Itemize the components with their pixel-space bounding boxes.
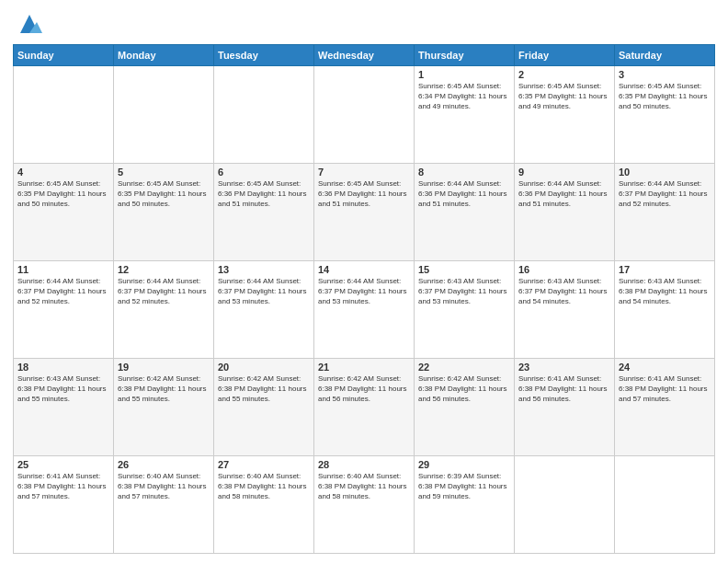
day-number: 6 bbox=[218, 167, 310, 178]
day-cell: 29Sunrise: 6:39 AM Sunset: 6:38 PM Dayli… bbox=[415, 456, 515, 554]
day-info: Sunrise: 6:43 AM Sunset: 6:37 PM Dayligh… bbox=[418, 276, 510, 307]
day-number: 9 bbox=[518, 167, 610, 178]
page: SundayMondayTuesdayWednesdayThursdayFrid… bbox=[0, 0, 728, 563]
day-cell: 1Sunrise: 6:45 AM Sunset: 6:34 PM Daylig… bbox=[415, 66, 515, 164]
day-number: 5 bbox=[118, 167, 210, 178]
day-cell: 14Sunrise: 6:44 AM Sunset: 6:37 PM Dayli… bbox=[314, 261, 415, 359]
day-cell: 17Sunrise: 6:43 AM Sunset: 6:38 PM Dayli… bbox=[615, 261, 715, 359]
header-row: SundayMondayTuesdayWednesdayThursdayFrid… bbox=[14, 45, 715, 66]
day-number: 20 bbox=[218, 362, 310, 373]
day-number: 22 bbox=[418, 362, 510, 373]
day-info: Sunrise: 6:44 AM Sunset: 6:37 PM Dayligh… bbox=[118, 276, 210, 307]
day-info: Sunrise: 6:45 AM Sunset: 6:34 PM Dayligh… bbox=[418, 81, 510, 112]
day-cell: 27Sunrise: 6:40 AM Sunset: 6:38 PM Dayli… bbox=[214, 456, 314, 554]
day-cell: 23Sunrise: 6:41 AM Sunset: 6:38 PM Dayli… bbox=[515, 359, 615, 456]
header-cell-monday: Monday bbox=[114, 45, 214, 66]
header-cell-thursday: Thursday bbox=[415, 45, 515, 66]
logo-icon bbox=[17, 11, 42, 37]
day-info: Sunrise: 6:42 AM Sunset: 6:38 PM Dayligh… bbox=[318, 373, 410, 405]
day-cell: 22Sunrise: 6:42 AM Sunset: 6:38 PM Dayli… bbox=[415, 359, 515, 456]
day-info: Sunrise: 6:44 AM Sunset: 6:36 PM Dayligh… bbox=[518, 178, 610, 210]
week-row: 1Sunrise: 6:45 AM Sunset: 6:34 PM Daylig… bbox=[14, 66, 715, 164]
day-number: 16 bbox=[518, 264, 610, 275]
day-number: 7 bbox=[318, 167, 410, 178]
day-cell: 8Sunrise: 6:44 AM Sunset: 6:36 PM Daylig… bbox=[415, 164, 515, 261]
day-info: Sunrise: 6:45 AM Sunset: 6:35 PM Dayligh… bbox=[17, 178, 109, 210]
day-info: Sunrise: 6:41 AM Sunset: 6:38 PM Dayligh… bbox=[619, 373, 711, 405]
day-cell: 26Sunrise: 6:40 AM Sunset: 6:38 PM Dayli… bbox=[114, 456, 214, 554]
day-cell: 10Sunrise: 6:44 AM Sunset: 6:37 PM Dayli… bbox=[615, 164, 715, 261]
header-cell-saturday: Saturday bbox=[615, 45, 715, 66]
day-number: 13 bbox=[218, 264, 310, 275]
day-cell: 16Sunrise: 6:43 AM Sunset: 6:37 PM Dayli… bbox=[515, 261, 615, 359]
day-number: 2 bbox=[518, 69, 610, 80]
header bbox=[13, 11, 715, 37]
day-cell: 15Sunrise: 6:43 AM Sunset: 6:37 PM Dayli… bbox=[415, 261, 515, 359]
day-cell: 24Sunrise: 6:41 AM Sunset: 6:38 PM Dayli… bbox=[615, 359, 715, 456]
day-number: 14 bbox=[318, 264, 410, 275]
day-info: Sunrise: 6:45 AM Sunset: 6:36 PM Dayligh… bbox=[218, 178, 310, 210]
day-info: Sunrise: 6:41 AM Sunset: 6:38 PM Dayligh… bbox=[17, 471, 109, 502]
day-info: Sunrise: 6:44 AM Sunset: 6:36 PM Dayligh… bbox=[418, 178, 510, 210]
day-info: Sunrise: 6:42 AM Sunset: 6:38 PM Dayligh… bbox=[418, 373, 510, 405]
day-cell: 19Sunrise: 6:42 AM Sunset: 6:38 PM Dayli… bbox=[114, 359, 214, 456]
day-cell bbox=[515, 456, 615, 554]
week-row: 11Sunrise: 6:44 AM Sunset: 6:37 PM Dayli… bbox=[14, 261, 715, 359]
day-cell: 20Sunrise: 6:42 AM Sunset: 6:38 PM Dayli… bbox=[214, 359, 314, 456]
day-number: 8 bbox=[418, 167, 510, 178]
day-cell bbox=[214, 66, 314, 164]
day-cell: 7Sunrise: 6:45 AM Sunset: 6:36 PM Daylig… bbox=[314, 164, 415, 261]
day-cell: 6Sunrise: 6:45 AM Sunset: 6:36 PM Daylig… bbox=[214, 164, 314, 261]
day-info: Sunrise: 6:39 AM Sunset: 6:38 PM Dayligh… bbox=[418, 471, 510, 502]
day-number: 17 bbox=[619, 264, 711, 275]
day-info: Sunrise: 6:43 AM Sunset: 6:37 PM Dayligh… bbox=[518, 276, 610, 307]
day-info: Sunrise: 6:40 AM Sunset: 6:38 PM Dayligh… bbox=[318, 471, 410, 502]
day-info: Sunrise: 6:44 AM Sunset: 6:37 PM Dayligh… bbox=[619, 178, 711, 210]
day-number: 12 bbox=[118, 264, 210, 275]
day-cell: 2Sunrise: 6:45 AM Sunset: 6:35 PM Daylig… bbox=[515, 66, 615, 164]
day-number: 11 bbox=[17, 264, 109, 275]
day-info: Sunrise: 6:44 AM Sunset: 6:37 PM Dayligh… bbox=[318, 276, 410, 307]
header-cell-tuesday: Tuesday bbox=[214, 45, 314, 66]
day-number: 29 bbox=[418, 459, 510, 470]
day-number: 4 bbox=[17, 167, 109, 178]
day-cell: 3Sunrise: 6:45 AM Sunset: 6:35 PM Daylig… bbox=[615, 66, 715, 164]
day-info: Sunrise: 6:44 AM Sunset: 6:37 PM Dayligh… bbox=[218, 276, 310, 307]
day-number: 18 bbox=[17, 362, 109, 373]
day-number: 19 bbox=[118, 362, 210, 373]
day-cell: 13Sunrise: 6:44 AM Sunset: 6:37 PM Dayli… bbox=[214, 261, 314, 359]
day-cell: 9Sunrise: 6:44 AM Sunset: 6:36 PM Daylig… bbox=[515, 164, 615, 261]
day-info: Sunrise: 6:42 AM Sunset: 6:38 PM Dayligh… bbox=[218, 373, 310, 405]
day-number: 3 bbox=[619, 69, 711, 80]
header-cell-wednesday: Wednesday bbox=[314, 45, 415, 66]
calendar-body: 1Sunrise: 6:45 AM Sunset: 6:34 PM Daylig… bbox=[14, 66, 715, 554]
logo bbox=[13, 11, 42, 37]
day-info: Sunrise: 6:43 AM Sunset: 6:38 PM Dayligh… bbox=[17, 373, 109, 405]
day-info: Sunrise: 6:41 AM Sunset: 6:38 PM Dayligh… bbox=[518, 373, 610, 405]
day-number: 10 bbox=[619, 167, 711, 178]
day-number: 1 bbox=[418, 69, 510, 80]
calendar-table: SundayMondayTuesdayWednesdayThursdayFrid… bbox=[13, 44, 715, 554]
day-cell: 11Sunrise: 6:44 AM Sunset: 6:37 PM Dayli… bbox=[14, 261, 114, 359]
day-number: 24 bbox=[619, 362, 711, 373]
day-cell: 21Sunrise: 6:42 AM Sunset: 6:38 PM Dayli… bbox=[314, 359, 415, 456]
day-number: 21 bbox=[318, 362, 410, 373]
day-cell: 28Sunrise: 6:40 AM Sunset: 6:38 PM Dayli… bbox=[314, 456, 415, 554]
week-row: 25Sunrise: 6:41 AM Sunset: 6:38 PM Dayli… bbox=[14, 456, 715, 554]
day-info: Sunrise: 6:45 AM Sunset: 6:36 PM Dayligh… bbox=[318, 178, 410, 210]
header-cell-friday: Friday bbox=[515, 45, 615, 66]
day-cell bbox=[314, 66, 415, 164]
day-info: Sunrise: 6:43 AM Sunset: 6:38 PM Dayligh… bbox=[619, 276, 711, 307]
day-cell: 25Sunrise: 6:41 AM Sunset: 6:38 PM Dayli… bbox=[14, 456, 114, 554]
day-info: Sunrise: 6:40 AM Sunset: 6:38 PM Dayligh… bbox=[218, 471, 310, 502]
header-cell-sunday: Sunday bbox=[14, 45, 114, 66]
week-row: 4Sunrise: 6:45 AM Sunset: 6:35 PM Daylig… bbox=[14, 164, 715, 261]
day-number: 26 bbox=[118, 459, 210, 470]
calendar-header: SundayMondayTuesdayWednesdayThursdayFrid… bbox=[14, 45, 715, 66]
day-number: 25 bbox=[17, 459, 109, 470]
day-cell: 18Sunrise: 6:43 AM Sunset: 6:38 PM Dayli… bbox=[14, 359, 114, 456]
day-cell: 5Sunrise: 6:45 AM Sunset: 6:35 PM Daylig… bbox=[114, 164, 214, 261]
day-info: Sunrise: 6:42 AM Sunset: 6:38 PM Dayligh… bbox=[118, 373, 210, 405]
day-number: 15 bbox=[418, 264, 510, 275]
day-cell bbox=[114, 66, 214, 164]
